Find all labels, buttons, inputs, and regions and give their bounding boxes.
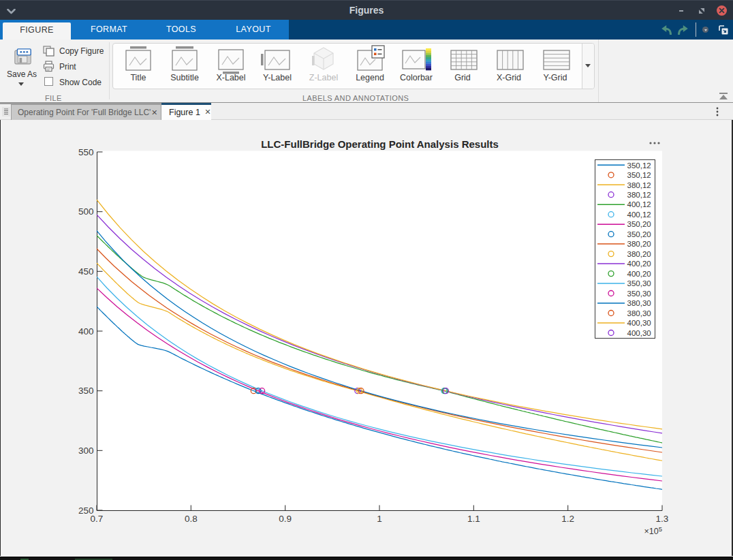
svg-text:0.9: 0.9 [279,514,292,524]
svg-text:400,12: 400,12 [627,200,651,208]
svg-text:380,30: 380,30 [627,309,651,317]
svg-text:350: 350 [78,386,94,396]
svg-text:1.3: 1.3 [656,514,669,524]
svg-text:450: 450 [78,266,94,277]
svg-text:400,30: 400,30 [627,319,651,327]
svg-text:Title: Title [130,73,146,82]
svg-text:350,20: 350,20 [627,220,651,228]
svg-text:350,12: 350,12 [627,171,651,179]
svg-text:400,30: 400,30 [627,329,651,337]
svg-text:X-Label: X-Label [216,73,245,82]
svg-text:Grid: Grid [454,73,471,82]
svg-text:380,20: 380,20 [627,240,651,248]
svg-text:350,30: 350,30 [627,279,651,287]
svg-text:380,20: 380,20 [627,250,651,258]
svg-text:550: 550 [78,147,94,157]
svg-text:380,12: 380,12 [627,181,651,189]
svg-text:Colorbar: Colorbar [400,73,433,82]
svg-text:1.1: 1.1 [467,514,480,524]
svg-text:400,20: 400,20 [627,260,651,268]
svg-text:Y-Label: Y-Label [263,73,292,82]
svg-text:350,30: 350,30 [627,290,651,298]
svg-text:500: 500 [78,206,94,217]
svg-text:250: 250 [78,505,94,516]
svg-text:300: 300 [78,446,94,456]
svg-text:400,20: 400,20 [627,270,651,278]
svg-text:Legend: Legend [356,73,384,82]
svg-text:1.2: 1.2 [561,514,574,524]
svg-text:×105: ×105 [644,525,662,536]
svg-text:Y-Grid: Y-Grid [544,73,567,82]
svg-text:400: 400 [78,326,94,337]
svg-text:350,20: 350,20 [627,230,651,238]
svg-text:0.8: 0.8 [185,514,198,524]
svg-text:X-Grid: X-Grid [497,73,521,82]
svg-text:Z-Label: Z-Label [309,73,338,82]
svg-text:1: 1 [377,514,382,524]
svg-text:380,30: 380,30 [627,299,651,307]
svg-text:350,12: 350,12 [627,161,651,170]
svg-text:Subtitle: Subtitle [170,73,199,82]
svg-text:400,12: 400,12 [627,211,651,219]
svg-text:LLC-FullBridge Operating Point: LLC-FullBridge Operating Point Analysis … [261,138,499,150]
svg-text:380,12: 380,12 [627,191,651,199]
